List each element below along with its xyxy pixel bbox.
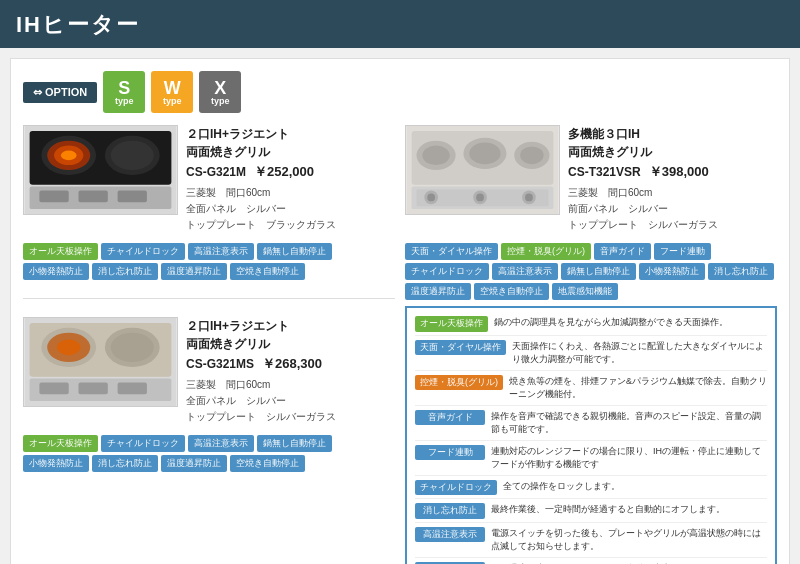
detail-text-2: 焼き魚等の煙を、排煙ファン&パラジウム触媒で除去。自動クリーニング機能付。 — [509, 375, 767, 402]
product-info-3: 多機能３口IH両面焼きグリル CS-T321VSR ￥398,000 三菱製 間… — [568, 125, 777, 233]
product-info-2: ２口IH+ラジエント両面焼きグリル CS-G321MS ￥268,300 三菱製… — [186, 317, 395, 425]
tag-小物発熱防止-3: 小物発熱防止 — [639, 263, 705, 280]
product-desc-1: 三菱製 間口60cm全面パネル シルバートッププレート ブラックガラス — [186, 185, 395, 233]
product-model-1: CS-G321M — [186, 165, 246, 179]
tag-音声ガイド: 音声ガイド — [594, 243, 651, 260]
detail-row-5: チャイルドロック 全ての操作をロックします。 — [415, 480, 767, 500]
detail-label-7: 高温注意表示 — [415, 527, 485, 543]
product-model-price-1: CS-G321M ￥252,000 — [186, 163, 395, 181]
svg-point-16 — [57, 340, 80, 356]
tag-小物発熱防止-1: 小物発熱防止 — [23, 263, 89, 280]
product-price-3: ￥398,000 — [649, 163, 709, 181]
detail-row-6: 消し忘れ防止 最終作業後、一定時間が経過すると自動的にオフします。 — [415, 503, 767, 523]
tag-鍋無し自動停止-1: 鍋無し自動停止 — [257, 243, 332, 260]
tag-地震感知機能: 地震感知機能 — [552, 283, 618, 300]
detail-label-1: 天面・ダイヤル操作 — [415, 340, 506, 356]
product-name-3: 多機能３口IH両面焼きグリル — [568, 125, 777, 161]
product-desc-2: 三菱製 間口60cm全面パネル シルバートッププレート シルバーガラス — [186, 377, 395, 425]
detail-row-4: フード連動 連動対応のレンジフードの場合に限り、IHの運転・停止に連動してフード… — [415, 445, 767, 476]
product-image-1 — [23, 125, 178, 215]
products-grid: ２口IH+ラジエント両面焼きグリル CS-G321M ￥252,000 三菱製 … — [23, 125, 777, 564]
product-price-2: ￥268,300 — [262, 355, 322, 373]
page-title: IHヒーター — [16, 12, 140, 37]
svg-point-18 — [111, 333, 154, 362]
product-tags-3: 天面・ダイヤル操作 控煙・脱臭(グリル) 音声ガイド フード連動 チャイルドロッ… — [405, 243, 777, 300]
product-image-3 — [405, 125, 560, 215]
detail-text-4: 連動対応のレンジフードの場合に限り、IHの運転・停止に連動してフードが作動する機… — [491, 445, 767, 472]
product-card-cs-g321ms: ２口IH+ラジエント両面焼きグリル CS-G321MS ￥268,300 三菱製… — [23, 317, 395, 472]
product-price-1: ￥252,000 — [254, 163, 314, 181]
product-card-cs-t321vsr: 多機能３口IH両面焼きグリル CS-T321VSR ￥398,000 三菱製 間… — [405, 125, 777, 300]
detail-text-6: 最終作業後、一定時間が経過すると自動的にオフします。 — [491, 503, 725, 519]
page-header: IHヒーター — [0, 0, 800, 48]
tag-空焼き自動停止-1: 空焼き自動停止 — [230, 263, 305, 280]
tag-温度過昇防止-1: 温度過昇防止 — [161, 263, 227, 280]
tag-高温注意表示-1: 高温注意表示 — [188, 243, 254, 260]
svg-point-5 — [61, 150, 77, 160]
product-name-1: ２口IH+ラジエント両面焼きグリル — [186, 125, 395, 161]
detail-row-0: オール天板操作 鍋の中の調理具を見ながら火加減調整ができる天面操作。 — [415, 316, 767, 336]
svg-rect-11 — [118, 191, 147, 203]
tag-フード連動: フード連動 — [654, 243, 711, 260]
tag-高温注意表示-2: 高温注意表示 — [188, 435, 254, 452]
right-panel: 多機能３口IH両面焼きグリル CS-T321VSR ￥398,000 三菱製 間… — [405, 125, 777, 564]
product-top-1: ２口IH+ラジエント両面焼きグリル CS-G321M ￥252,000 三菱製 … — [23, 125, 395, 233]
svg-rect-9 — [39, 191, 68, 203]
svg-rect-22 — [118, 383, 147, 395]
detail-text-0: 鍋の中の調理具を見ながら火加減調整ができる天面操作。 — [494, 316, 728, 332]
detail-row-3: 音声ガイド 操作を音声で確認できる親切機能。音声のスピード設定、音量の調節も可能… — [415, 410, 767, 441]
type-badge-w[interactable]: W type — [151, 71, 193, 113]
tag-鍋無し自動停止-2: 鍋無し自動停止 — [257, 435, 332, 452]
svg-point-7 — [111, 141, 154, 170]
option-text: ⇔ OPTION — [33, 86, 87, 99]
detail-label-2: 控煙・脱臭(グリル) — [415, 375, 503, 391]
product-model-3: CS-T321VSR — [568, 165, 641, 179]
type-s-big: S — [118, 79, 130, 97]
product-tags-1: オール天板操作 チャイルドロック 高温注意表示 鍋無し自動停止 小物発熱防止 消… — [23, 243, 395, 280]
tag-オール天板操作-1: オール天板操作 — [23, 243, 98, 260]
svg-rect-20 — [39, 383, 68, 395]
detail-label-5: チャイルドロック — [415, 480, 497, 496]
tag-鍋無し自動停止-3: 鍋無し自動停止 — [561, 263, 636, 280]
product-image-2 — [23, 317, 178, 407]
type-w-big: W — [164, 79, 181, 97]
type-x-small: type — [211, 97, 230, 106]
product-model-price-2: CS-G321MS ￥268,300 — [186, 355, 395, 373]
svg-point-36 — [476, 193, 484, 201]
tag-天面ダイヤル操作: 天面・ダイヤル操作 — [405, 243, 498, 260]
type-badge-x[interactable]: X type — [199, 71, 241, 113]
detail-row-2: 控煙・脱臭(グリル) 焼き魚等の煙を、排煙ファン&パラジウム触媒で除去。自動クリ… — [415, 375, 767, 406]
type-badge-s[interactable]: S type — [103, 71, 145, 113]
tag-小物発熱防止-2: 小物発熱防止 — [23, 455, 89, 472]
detail-row-1: 天面・ダイヤル操作 天面操作にくわえ、各熱源ごとに配置した大きなダイヤルにより微… — [415, 340, 767, 371]
detail-label-4: フード連動 — [415, 445, 485, 461]
tag-消し忘れ防止-3: 消し忘れ防止 — [708, 263, 774, 280]
detail-label-6: 消し忘れ防止 — [415, 503, 485, 519]
main-content: ⇔ OPTION S type W type X type — [10, 58, 790, 564]
svg-point-34 — [427, 193, 435, 201]
divider-1 — [23, 298, 395, 299]
product-top-3: 多機能３口IH両面焼きグリル CS-T321VSR ￥398,000 三菱製 間… — [405, 125, 777, 233]
detail-row-7: 高温注意表示 電源スイッチを切った後も、プレートやグリルが高温状態の時には点滅し… — [415, 527, 767, 558]
tag-温度過昇防止-2: 温度過昇防止 — [161, 455, 227, 472]
tag-チャイルドロック-2: チャイルドロック — [101, 435, 185, 452]
svg-point-28 — [469, 143, 500, 165]
left-column: ２口IH+ラジエント両面焼きグリル CS-G321M ￥252,000 三菱製 … — [23, 125, 395, 564]
tag-チャイルドロック-1: チャイルドロック — [101, 243, 185, 260]
option-bar: ⇔ OPTION S type W type X type — [23, 71, 777, 113]
product-desc-3: 三菱製 間口60cm前面パネル シルバートッププレート シルバーガラス — [568, 185, 777, 233]
type-x-big: X — [214, 79, 226, 97]
product-card-cs-g321m: ２口IH+ラジエント両面焼きグリル CS-G321M ￥252,000 三菱製 … — [23, 125, 395, 280]
svg-rect-10 — [79, 191, 108, 203]
tag-オール天板操作-2: オール天板操作 — [23, 435, 98, 452]
detail-text-1: 天面操作にくわえ、各熱源ごとに配置した大きなダイヤルにより微火力調整が可能です。 — [512, 340, 767, 367]
svg-rect-21 — [79, 383, 108, 395]
product-top-2: ２口IH+ラジエント両面焼きグリル CS-G321MS ￥268,300 三菱製… — [23, 317, 395, 425]
tag-チャイルドロック-3: チャイルドロック — [405, 263, 489, 280]
tag-空焼き自動停止-2: 空焼き自動停止 — [230, 455, 305, 472]
tag-空焼き自動停止-3: 空焼き自動停止 — [474, 283, 549, 300]
tag-高温注意表示-3: 高温注意表示 — [492, 263, 558, 280]
product-name-2: ２口IH+ラジエント両面焼きグリル — [186, 317, 395, 353]
tag-消し忘れ防止-2: 消し忘れ防止 — [92, 455, 158, 472]
svg-point-38 — [525, 193, 533, 201]
